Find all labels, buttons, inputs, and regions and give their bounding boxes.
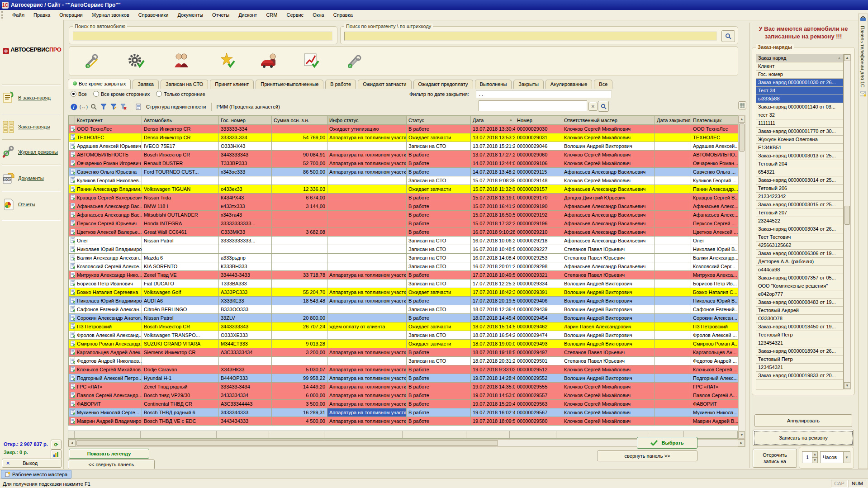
select-button[interactable]: Выбрать [637, 437, 697, 449]
cell[interactable] [272, 331, 327, 340]
cell[interactable]: 18.07.2018 12:36:41 [471, 305, 515, 314]
cell[interactable] [655, 417, 691, 426]
table-row[interactable]: ТЕХНОЛЕСDenso Инжектор CR333333-33454 76… [69, 133, 740, 142]
collapse-right-panel-button[interactable]: свернуть панель >> [597, 450, 697, 461]
cell[interactable]: Федотов Андрей ... [691, 357, 740, 365]
cell[interactable] [327, 331, 407, 340]
cell[interactable]: 55 204,70 [272, 288, 327, 297]
tab-3[interactable]: Принят клиент [210, 80, 254, 89]
cell[interactable]: Клочков Сергей Михайлович [562, 159, 655, 168]
cell[interactable]: BMW 118 I [142, 202, 219, 211]
orders-list-item[interactable]: 123454321 [756, 364, 843, 372]
cell[interactable]: 12 336,03 [272, 185, 327, 194]
tab-4[interactable]: Принятые>выполненные [256, 80, 323, 89]
cell[interactable]: Митруков Александр Нико... [75, 271, 142, 280]
orders-list-item[interactable]: Заказ-наряд 00000003034 от 26... [756, 225, 843, 233]
cell[interactable]: Аппаратура на топливном участке [327, 168, 407, 176]
table-row[interactable]: Савченко Ольга ЮрьевнаFord TOURNEO CUST.… [69, 168, 740, 176]
cell[interactable] [655, 348, 691, 357]
orders-list-item[interactable]: Е134КВ51 [756, 144, 843, 152]
star-check-button[interactable] [218, 52, 237, 68]
orders-list-item[interactable]: Тетовый 204 [756, 160, 843, 168]
cell[interactable]: 00000029501 [515, 357, 562, 365]
cell[interactable]: Клочков Сергей Михайлович [562, 383, 655, 391]
cell[interactable]: АВТОМОБИЛЬНО... [691, 151, 740, 159]
column-header-7[interactable]: Дата▲ [471, 116, 515, 125]
cell[interactable]: Ожидает запчасти [407, 288, 471, 297]
column-header-3[interactable]: Гос. номер [219, 116, 272, 125]
cell[interactable]: 19.07.2018 16:02:40 [471, 408, 515, 417]
cell[interactable] [655, 357, 691, 365]
cell[interactable]: В работе [407, 194, 471, 202]
cell[interactable] [272, 176, 327, 185]
cell[interactable]: А3С33344443 [219, 400, 272, 408]
cell[interactable]: 16 289,31 [272, 408, 327, 417]
orders-list-item[interactable]: Заказ-наряд 00000003014 от 25... [756, 176, 843, 185]
cell[interactable]: 6 000,00 [272, 391, 327, 400]
menu-item-3[interactable]: Журнал звонков [87, 11, 134, 19]
cell[interactable]: Siemens Инжектор CR [142, 348, 219, 357]
cell[interactable]: Афанасьев Александр Васильевич [562, 262, 655, 271]
cell[interactable]: В работе [407, 159, 471, 168]
show-legend-button[interactable]: Показать легенду [69, 449, 149, 459]
cell[interactable]: Волошин Андрей Викторович [562, 288, 655, 297]
cell[interactable]: Аппаратура на топливном участке [327, 133, 407, 142]
cell[interactable]: 33 718,78 [272, 271, 327, 280]
cell[interactable]: Федотов Андрей Николаев... [75, 357, 142, 365]
cell[interactable]: Dodje Caravan [142, 365, 219, 374]
orders-list-header-1[interactable]: Клиент [756, 62, 843, 71]
cell[interactable]: ПЗ Петровский [75, 322, 142, 331]
cell[interactable]: Great Wall CC6461 [142, 228, 219, 237]
cell[interactable] [327, 254, 407, 262]
cell[interactable]: А333РС333 [219, 288, 272, 297]
table-row[interactable]: Маврин Андрей Владимиро...Bosch ТНВД VE … [69, 417, 740, 426]
cell[interactable]: Аппаратура на топливном участке [327, 365, 407, 374]
orders-list-item[interactable]: Заказ-наряд 00000001770 от 30... [756, 128, 843, 136]
cell[interactable]: 16.07.2018 10:06:23 [471, 237, 515, 245]
table-row[interactable]: Панин Александр Владими...Volkswagen TIG… [69, 185, 740, 194]
orders-list-item[interactable]: Заказ-наряд 00000001140 от 03... [756, 103, 843, 111]
search-contragent-input[interactable] [344, 32, 717, 41]
menu-item-6[interactable]: Отчеты [208, 11, 234, 19]
cell[interactable]: 15.07.2018 17:32:28 [471, 219, 515, 228]
cell[interactable] [327, 228, 407, 237]
cell[interactable]: 16.07.2018 14:08:45 [471, 254, 515, 262]
cell[interactable]: В работе [407, 400, 471, 408]
cell[interactable]: 3433334334 [219, 391, 272, 400]
cell[interactable]: ждем оплату от клиента [327, 322, 407, 331]
cell[interactable]: Nissan Patrol [142, 237, 219, 245]
cell[interactable]: 333333-334 [219, 125, 272, 133]
orders-list-item[interactable]: тест 32 [756, 111, 843, 119]
cell[interactable]: 3 500,00 [272, 400, 327, 408]
cell[interactable]: Николаев Юрий Владимиро... [75, 297, 142, 305]
cell[interactable]: 18.07.2018 19:18:57 [471, 348, 515, 357]
orders-list-item[interactable]: О3330О78 [756, 315, 843, 323]
cell[interactable]: 86 500,00 [272, 168, 327, 176]
cell[interactable]: Mitsubishi OUTLANDER [142, 211, 219, 219]
cell[interactable]: Клочьков Сергей Михайлов... [75, 365, 142, 374]
orders-list-item[interactable]: е042ор777 [756, 290, 843, 298]
cell[interactable]: Клочков Сергей Михайлович [562, 408, 655, 417]
column-header-4[interactable]: Сумма осн. з.н. [272, 116, 327, 125]
cell[interactable]: Bosch ТНВД рядный 6 [142, 408, 219, 417]
cell[interactable]: 00000029321 [515, 271, 562, 280]
cell[interactable]: Аппаратура на топливном участке [327, 374, 407, 383]
collapse-left-panel-button[interactable]: << свернуть панель [68, 460, 155, 469]
cell[interactable]: 00000029391 [515, 288, 562, 297]
restore-position-button[interactable]: (↔) [79, 102, 89, 112]
cell[interactable]: В444ОР333 [219, 374, 272, 383]
orders-list-item[interactable]: 654321 [756, 168, 843, 176]
cell[interactable]: 00000029493 [515, 340, 562, 348]
orders-list-item[interactable]: Заказ-наряд 00000018934 от 26... [756, 347, 843, 355]
cell[interactable]: 00000029253 [515, 254, 562, 262]
cell[interactable]: Записан на СТО [407, 262, 471, 271]
cell[interactable]: Павлов Сергей Александр... [75, 391, 142, 400]
cell[interactable]: В работе [407, 297, 471, 305]
cell[interactable]: 15.07.2018 9:08:35 [471, 176, 515, 185]
cell[interactable]: 4 500,00 [272, 417, 327, 426]
cell[interactable]: 26 707,24 [272, 322, 327, 331]
cell[interactable]: Волошин Андрей Викторович [562, 331, 655, 340]
cell[interactable]: Афанасьев Алекс... [691, 202, 740, 211]
date-filter-field[interactable]: . . [476, 90, 612, 98]
cell[interactable]: 14.07.2018 13:48:20 [471, 168, 515, 176]
